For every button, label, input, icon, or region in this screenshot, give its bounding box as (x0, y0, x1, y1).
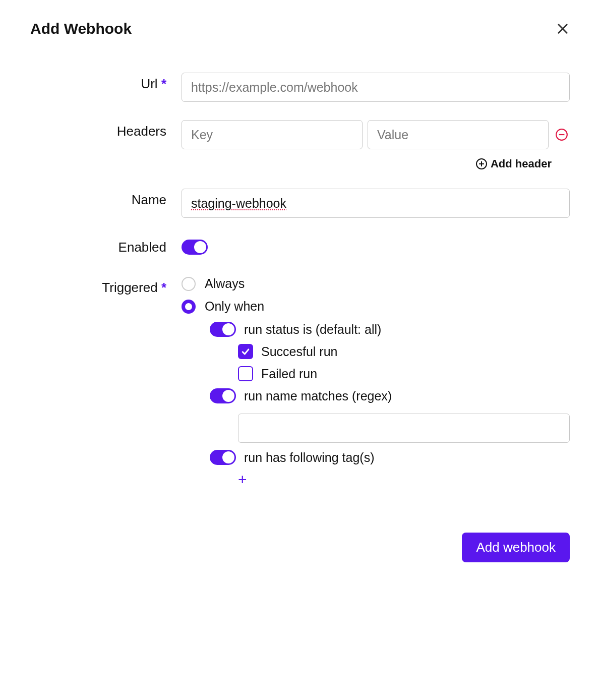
remove-header-button[interactable] (554, 128, 570, 141)
name-label: Name (30, 189, 182, 211)
run-name-label: run name matches (regex) (244, 389, 392, 403)
required-asterisk: * (161, 280, 166, 295)
add-webhook-button[interactable]: Add webhook (462, 533, 570, 562)
check-icon (241, 346, 251, 357)
radio-always-label: Always (205, 276, 245, 291)
run-status-label: run status is (default: all) (244, 322, 381, 337)
add-header-button[interactable]: Add header (182, 157, 570, 170)
close-icon (556, 22, 570, 36)
add-tag-button[interactable]: + (238, 472, 570, 487)
successful-run-checkbox[interactable] (238, 344, 253, 359)
triggered-label-text: Triggered (102, 280, 157, 295)
name-value: staging-webhook (191, 196, 286, 211)
plus-icon: + (238, 471, 247, 488)
successful-run-label: Succesful run (261, 344, 337, 359)
plus-circle-icon (475, 158, 488, 170)
close-button[interactable] (556, 22, 570, 36)
dialog-title: Add Webhook (30, 20, 132, 37)
url-input[interactable] (182, 73, 570, 102)
url-label: Url * (30, 73, 182, 95)
run-tags-toggle[interactable] (210, 450, 236, 465)
enabled-toggle[interactable] (182, 240, 208, 255)
radio-always[interactable] (182, 277, 196, 291)
required-asterisk: * (161, 76, 166, 91)
headers-label: Headers (30, 120, 182, 142)
run-status-toggle[interactable] (210, 322, 236, 337)
add-header-label: Add header (491, 157, 552, 170)
header-value-input[interactable] (368, 120, 549, 149)
radio-only-when-label: Only when (205, 299, 264, 314)
enabled-label: Enabled (30, 236, 182, 258)
header-key-input[interactable] (182, 120, 363, 149)
url-label-text: Url (141, 76, 157, 91)
run-tags-label: run has following tag(s) (244, 450, 374, 465)
minus-circle-icon (555, 128, 568, 141)
radio-only-when[interactable] (182, 300, 196, 314)
name-input[interactable]: staging-webhook (182, 189, 570, 218)
failed-run-label: Failed run (261, 367, 317, 381)
run-name-regex-input[interactable] (238, 414, 570, 443)
triggered-label: Triggered * (30, 276, 182, 299)
failed-run-checkbox[interactable] (238, 366, 253, 381)
run-name-toggle[interactable] (210, 388, 236, 403)
